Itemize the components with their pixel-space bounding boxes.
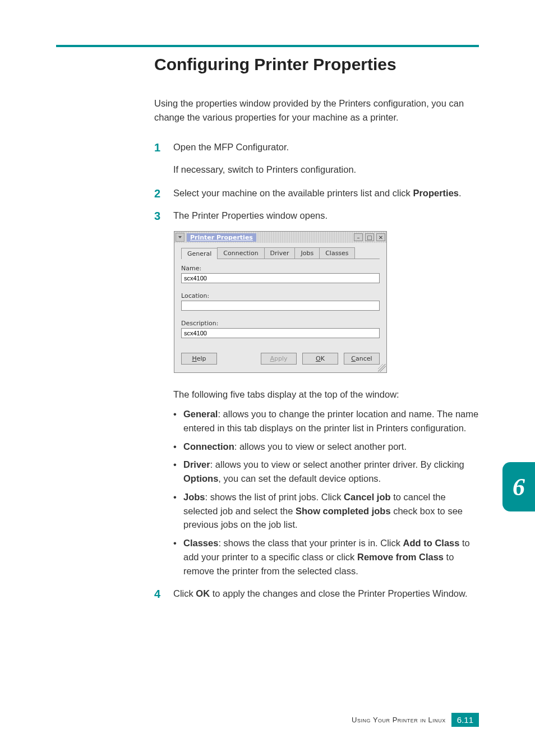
bullet-icon: •	[173, 440, 183, 454]
name-label: Name:	[181, 265, 380, 272]
footer-page-number: 6.11	[451, 713, 479, 727]
kw-add-class: Add to Class	[403, 538, 460, 548]
kw-remove-class: Remove from Class	[357, 552, 444, 562]
dialog-tabs: General Connection Driver Jobs Classes	[181, 247, 380, 259]
text: : shows the class that your printer is i…	[218, 538, 403, 548]
page-footer: Using Your Printer in Linux 6.11	[352, 713, 479, 727]
cancel-button[interactable]: Cancel	[344, 353, 380, 365]
tab-jobs[interactable]: Jobs	[294, 247, 320, 259]
text: Select your machine on the available pri…	[173, 188, 413, 198]
bullet-classes: • Classes: shows the class that your pri…	[173, 536, 479, 578]
step-4: 4 Click OK to apply the changes and clos…	[154, 587, 479, 601]
kw: Jobs	[183, 492, 205, 502]
footer-chapter-title: Using Your Printer in Linux	[352, 716, 446, 724]
kw-options: Options	[183, 473, 218, 483]
location-field[interactable]	[181, 301, 380, 311]
printer-properties-dialog: Printer Properties – □ ✕ General Connect…	[174, 231, 387, 373]
mnemonic: O	[316, 355, 321, 362]
step-number: 4	[154, 587, 173, 601]
step-text: Select your machine on the available pri…	[173, 186, 479, 200]
minimize-button[interactable]: –	[354, 233, 363, 241]
bullet-text: Connection: allows you to view or select…	[183, 440, 479, 454]
kw: Classes	[183, 538, 218, 548]
bullet-icon: •	[173, 490, 183, 532]
btn-rest: pply	[274, 355, 288, 362]
section-rule	[56, 45, 479, 47]
description-label: Description:	[181, 320, 380, 327]
step-text: Click OK to apply the changes and close …	[173, 587, 479, 601]
kw: Driver	[183, 459, 210, 469]
step-3: 3 The Printer Properties window opens.	[154, 209, 479, 223]
step-text: Open the MFP Configurator.	[173, 140, 479, 154]
bullet-jobs: • Jobs: shows the list of print jobs. Cl…	[173, 490, 479, 532]
resize-handle-icon[interactable]	[378, 364, 386, 372]
mnemonic: A	[270, 355, 274, 362]
maximize-button[interactable]: □	[365, 233, 374, 241]
kw-cancel-job: Cancel job	[344, 492, 390, 502]
chapter-tab: 6	[502, 462, 535, 511]
close-button[interactable]: ✕	[376, 233, 385, 241]
kw: Connection	[183, 441, 234, 451]
bullet-icon: •	[173, 407, 183, 435]
bullet-icon: •	[173, 536, 183, 578]
bullet-text: Jobs: shows the list of print jobs. Clic…	[183, 490, 479, 532]
tab-connection[interactable]: Connection	[217, 247, 264, 259]
apply-button[interactable]: Apply	[261, 353, 297, 365]
step-1-sub: If necessary, switch to Printers configu…	[173, 163, 479, 177]
kw: General	[183, 409, 218, 419]
step-number: 3	[154, 209, 173, 223]
bullet-icon: •	[173, 458, 183, 486]
tabs-intro: The following five tabs display at the t…	[173, 388, 479, 402]
text: : allows you to change the printer locat…	[183, 409, 478, 433]
mnemonic: H	[192, 355, 196, 362]
btn-rest: elp	[197, 355, 206, 362]
dialog-title: Printer Properties	[187, 233, 256, 242]
dialog-body: General Connection Driver Jobs Classes N…	[174, 243, 386, 372]
kw-ok: OK	[196, 588, 210, 598]
window-menu-icon[interactable]	[176, 233, 185, 242]
bullet-connection: • Connection: allows you to view or sele…	[173, 440, 479, 454]
bullet-text: General: allows you to change the printe…	[183, 407, 479, 435]
tab-driver[interactable]: Driver	[264, 247, 296, 259]
section-heading: Configuring Printer Properties	[154, 55, 479, 74]
tab-general[interactable]: General	[181, 248, 218, 259]
btn-rest: ancel	[356, 355, 372, 362]
step-number: 1	[154, 140, 173, 155]
help-button[interactable]: Help	[181, 353, 217, 365]
location-label: Location:	[181, 292, 380, 299]
bullet-general: • General: allows you to change the prin…	[173, 407, 479, 435]
text: : allows you to view or select another p…	[210, 459, 464, 469]
text: to apply the changes and close the Print…	[210, 588, 468, 598]
name-field[interactable]	[181, 273, 380, 283]
text: .	[459, 188, 462, 198]
btn-rest: K	[321, 355, 325, 362]
tab-classes[interactable]: Classes	[319, 247, 354, 259]
keyword-properties: Properties	[413, 188, 459, 198]
step-number: 2	[154, 186, 173, 201]
bullet-text: Driver: allows you to view or select ano…	[183, 458, 479, 486]
mnemonic: C	[351, 355, 356, 362]
text: Click	[173, 588, 196, 598]
text: , you can set the default device options…	[218, 473, 381, 483]
dialog-button-row: Help Apply OK Cancel	[181, 353, 380, 365]
dialog-titlebar: Printer Properties – □ ✕	[174, 232, 386, 243]
text: : allows you to view or select another p…	[234, 441, 407, 451]
step-1: 1 Open the MFP Configurator.	[154, 140, 479, 155]
step-2: 2 Select your machine on the available p…	[154, 186, 479, 201]
bullet-driver: • Driver: allows you to view or select a…	[173, 458, 479, 486]
step-text: The Printer Properties window opens.	[173, 209, 479, 223]
kw-show-completed: Show completed jobs	[296, 506, 391, 516]
ok-button[interactable]: OK	[302, 353, 338, 365]
text: : shows the list of print jobs. Click	[205, 492, 344, 502]
intro-paragraph: Using the properties window provided by …	[154, 96, 479, 125]
description-field[interactable]	[181, 328, 380, 338]
bullet-text: Classes: shows the class that your print…	[183, 536, 479, 578]
